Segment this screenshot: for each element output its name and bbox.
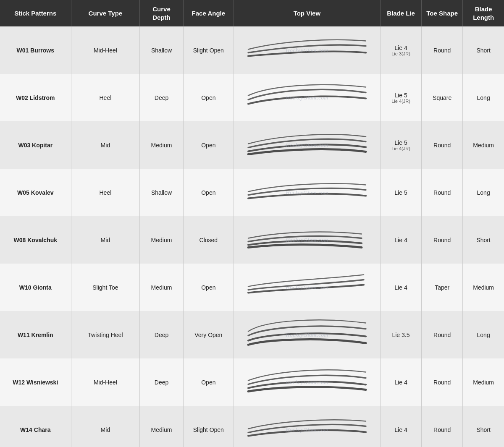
cell-top-view: HockeyGiant.com [234, 311, 380, 358]
cell-curve-depth: Medium [140, 406, 184, 447]
cell-curve-depth: Medium [140, 264, 184, 311]
cell-pattern: W08 Kovalchuk [0, 216, 71, 264]
cell-blade-length: Medium [463, 121, 504, 169]
cell-blade-length: Long [463, 311, 504, 358]
table-row: W08 Kovalchuk Mid Medium Closed HockeyGi… [0, 216, 504, 264]
cell-top-view: HockeyGiant.com [234, 74, 380, 121]
cell-curve-type: Mid [71, 216, 140, 264]
cell-pattern: W02 Lidstrom [0, 74, 71, 121]
header-blade-lie: Blade Lie [380, 0, 421, 26]
cell-top-view: HockeyGiant.com [234, 358, 380, 406]
cell-toe-shape: Square [422, 74, 463, 121]
cell-toe-shape: Round [422, 169, 463, 216]
cell-curve-type: Mid [71, 406, 140, 447]
cell-pattern: W14 Chara [0, 406, 71, 447]
cell-curve-type: Twisting Heel [71, 311, 140, 358]
header-curve-type: Curve Type [71, 0, 140, 26]
cell-top-view: HockeyGiant.com [234, 169, 380, 216]
cell-toe-shape: Round [422, 216, 463, 264]
table-row: W02 Lidstrom Heel Deep Open HockeyGiant.… [0, 74, 504, 121]
cell-toe-shape: Taper [422, 264, 463, 311]
blade-lie-sub: Lie 4(JR) [384, 99, 418, 104]
table-row: W14 Chara Mid Medium Slight Open HockeyG… [0, 406, 504, 447]
blade-lie-main: Lie 3.5 [392, 332, 410, 338]
table-row: W03 Kopitar Mid Medium Open HockeyGiant.… [0, 121, 504, 169]
cell-curve-type: Mid-Heel [71, 358, 140, 406]
cell-blade-lie: Lie 4 [380, 264, 421, 311]
cell-blade-lie: Lie 4 Lie 3(JR) [380, 26, 421, 74]
cell-face-angle: Open [183, 264, 234, 311]
cell-face-angle: Very Open [183, 311, 234, 358]
cell-curve-depth: Medium [140, 121, 184, 169]
cell-curve-depth: Deep [140, 358, 184, 406]
cell-curve-type: Mid [71, 121, 140, 169]
blade-lie-main: Lie 5 [394, 189, 407, 196]
cell-pattern: W01 Burrows [0, 26, 71, 74]
cell-curve-type: Slight Toe [71, 264, 140, 311]
cell-toe-shape: Round [422, 121, 463, 169]
cell-face-angle: Open [183, 121, 234, 169]
header-face-angle: Face Angle [183, 0, 234, 26]
cell-face-angle: Open [183, 169, 234, 216]
cell-blade-lie: Lie 5 Lie 4(JR) [380, 74, 421, 121]
cell-curve-depth: Deep [140, 74, 184, 121]
cell-blade-lie: Lie 4 [380, 406, 421, 447]
blade-lie-main: Lie 5 [394, 92, 407, 99]
table-row: W01 Burrows Mid-Heel Shallow Slight Open… [0, 26, 504, 74]
cell-pattern: W11 Kremlin [0, 311, 71, 358]
cell-blade-length: Long [463, 74, 504, 121]
cell-toe-shape: Round [422, 26, 463, 74]
cell-face-angle: Slight Open [183, 26, 234, 74]
cell-pattern: W03 Kopitar [0, 121, 71, 169]
cell-blade-length: Long [463, 169, 504, 216]
blade-lie-sub: Lie 3(JR) [384, 51, 418, 56]
cell-blade-length: Medium [463, 264, 504, 311]
table-row: W05 Kovalev Heel Shallow Open HockeyGian… [0, 169, 504, 216]
cell-face-angle: Open [183, 358, 234, 406]
cell-blade-length: Medium [463, 358, 504, 406]
cell-curve-type: Heel [71, 74, 140, 121]
cell-face-angle: Slight Open [183, 406, 234, 447]
cell-toe-shape: Round [422, 311, 463, 358]
cell-blade-length: Short [463, 26, 504, 74]
cell-pattern: W12 Wisniewski [0, 358, 71, 406]
blade-lie-main: Lie 4 [394, 44, 407, 51]
header-toe-shape: Toe Shape [422, 0, 463, 26]
cell-curve-depth: Shallow [140, 26, 184, 74]
cell-pattern: W10 Gionta [0, 264, 71, 311]
blade-lie-main: Lie 4 [394, 426, 407, 433]
cell-pattern: W05 Kovalev [0, 169, 71, 216]
cell-blade-length: Short [463, 216, 504, 264]
blade-lie-main: Lie 4 [394, 237, 407, 243]
cell-toe-shape: Round [422, 406, 463, 447]
cell-curve-depth: Medium [140, 216, 184, 264]
cell-curve-type: Heel [71, 169, 140, 216]
table-row: W11 Kremlin Twisting Heel Deep Very Open… [0, 311, 504, 358]
cell-blade-length: Short [463, 406, 504, 447]
cell-blade-lie: Lie 3.5 [380, 311, 421, 358]
header-curve-depth: Curve Depth [140, 0, 184, 26]
header-blade-length: Blade Length [463, 0, 504, 26]
cell-blade-lie: Lie 4 [380, 358, 421, 406]
cell-blade-lie: Lie 4 [380, 216, 421, 264]
cell-curve-type: Mid-Heel [71, 26, 140, 74]
cell-top-view: HockeyGiant.com [234, 264, 380, 311]
cell-top-view: HockeyGiant.com [234, 121, 380, 169]
cell-face-angle: Closed [183, 216, 234, 264]
blade-lie-main: Lie 4 [394, 379, 407, 386]
cell-top-view: HockeyGiant.com [234, 216, 380, 264]
cell-toe-shape: Round [422, 358, 463, 406]
cell-curve-depth: Shallow [140, 169, 184, 216]
table-row: W10 Gionta Slight Toe Medium Open Hockey… [0, 264, 504, 311]
blade-lie-sub: Lie 4(JR) [384, 146, 418, 151]
cell-curve-depth: Deep [140, 311, 184, 358]
header-top-view: Top View [234, 0, 380, 26]
cell-blade-lie: Lie 5 Lie 4(JR) [380, 121, 421, 169]
cell-top-view: HockeyGiant.com [234, 26, 380, 74]
cell-face-angle: Open [183, 74, 234, 121]
table-row: W12 Wisniewski Mid-Heel Deep Open Hockey… [0, 358, 504, 406]
cell-top-view: HockeyGiant.com [234, 406, 380, 447]
blade-lie-main: Lie 4 [394, 284, 407, 291]
header-stick-patterns: Stick Patterns [0, 0, 71, 26]
blade-lie-main: Lie 5 [394, 139, 407, 146]
